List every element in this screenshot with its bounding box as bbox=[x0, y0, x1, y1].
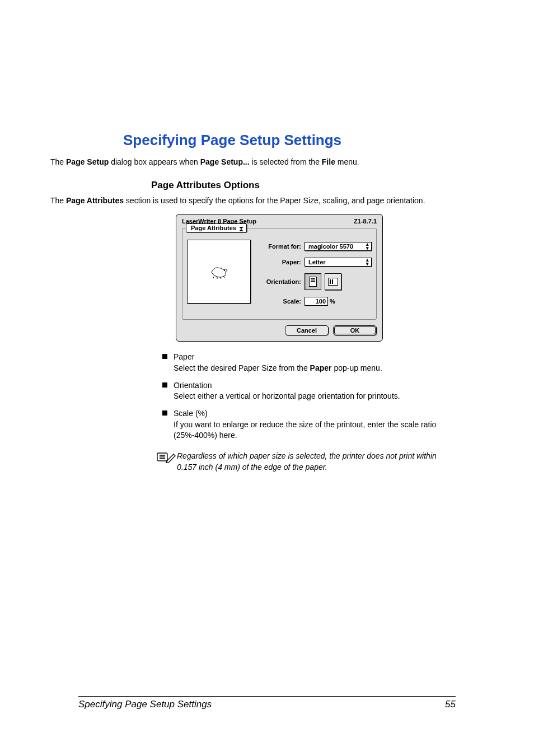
dog-icon bbox=[208, 264, 229, 279]
cancel-button[interactable]: Cancel bbox=[285, 325, 329, 335]
landscape-icon bbox=[328, 278, 338, 286]
format-for-label: Format for: bbox=[260, 243, 301, 250]
footer-title: Specifying Page Setup Settings bbox=[78, 699, 212, 710]
orientation-landscape-button[interactable] bbox=[325, 273, 341, 290]
note-text: Regardless of which paper size is select… bbox=[177, 451, 450, 473]
footer-page-number: 55 bbox=[445, 699, 456, 710]
page-preview bbox=[187, 240, 251, 304]
dropdown-arrow-icon: ▴▾ bbox=[366, 258, 369, 266]
dropdown-arrow-icon: ▴▾ bbox=[366, 242, 369, 250]
page-setup-dialog: LaserWriter 8 Page Setup Z1-8.7.1 Page A… bbox=[176, 214, 383, 342]
scale-label: Scale: bbox=[260, 298, 301, 305]
intro-paragraph: The Page Setup dialog box appears when P… bbox=[50, 157, 484, 167]
panel-select[interactable]: Page Attributes bbox=[186, 223, 247, 232]
orientation-portrait-button[interactable] bbox=[305, 273, 321, 290]
paper-label: Paper: bbox=[260, 259, 301, 265]
scale-unit: % bbox=[330, 298, 335, 305]
format-for-select[interactable]: magicolor 5570 ▴▾ bbox=[305, 242, 372, 251]
ok-button[interactable]: OK bbox=[333, 325, 377, 335]
options-list: Paper Select the desired Paper Size from… bbox=[162, 352, 484, 447]
svg-point-0 bbox=[224, 270, 224, 270]
portrait-icon bbox=[309, 277, 317, 287]
scale-input[interactable]: 100 bbox=[305, 297, 328, 306]
section-heading: Specifying Page Setup Settings bbox=[123, 132, 484, 149]
page-footer: Specifying Page Setup Settings 55 bbox=[78, 696, 456, 710]
subheading-page-attributes: Page Attributes Options bbox=[151, 180, 484, 191]
orientation-label: Orientation: bbox=[260, 278, 301, 285]
list-item-paper: Paper Select the desired Paper Size from… bbox=[162, 352, 484, 380]
attributes-intro: The Page Attributes section is used to s… bbox=[50, 195, 484, 206]
dialog-version: Z1-8.7.1 bbox=[354, 218, 377, 225]
paper-select[interactable]: Letter ▴▾ bbox=[305, 258, 372, 267]
note-icon bbox=[157, 451, 176, 465]
list-item-scale: Scale (%) If you want to enlarge or redu… bbox=[162, 408, 484, 447]
list-item-orientation: Orientation Select either a vertical or … bbox=[162, 380, 484, 409]
